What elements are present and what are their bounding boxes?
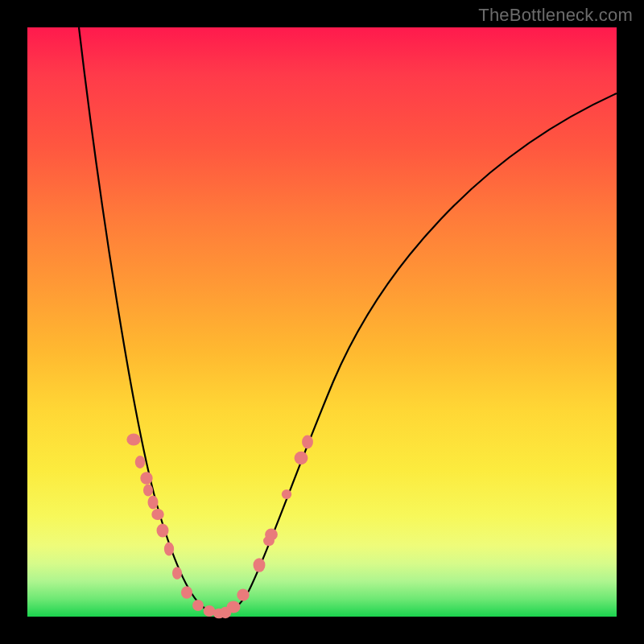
data-marker [181,586,192,598]
left-curve [79,27,221,613]
data-marker [172,567,182,579]
data-marker [282,489,291,499]
watermark-text: TheBottleneck.com [478,5,633,26]
data-marker [237,589,249,601]
data-marker [147,495,158,509]
data-marker [135,456,146,469]
data-marker [164,542,174,555]
data-marker [156,523,168,537]
right-curve [221,93,617,613]
data-marker [295,452,308,465]
markers-group [126,433,313,618]
data-marker [151,509,163,520]
chart-frame: TheBottleneck.com [0,0,644,644]
data-marker [254,558,266,572]
data-marker [140,472,152,484]
data-marker [192,600,204,611]
data-marker [143,485,153,497]
curves-svg [27,27,617,617]
data-marker [126,433,140,445]
data-marker [302,436,313,449]
plot-area [27,27,617,617]
data-marker [226,601,240,613]
data-marker [265,529,278,541]
